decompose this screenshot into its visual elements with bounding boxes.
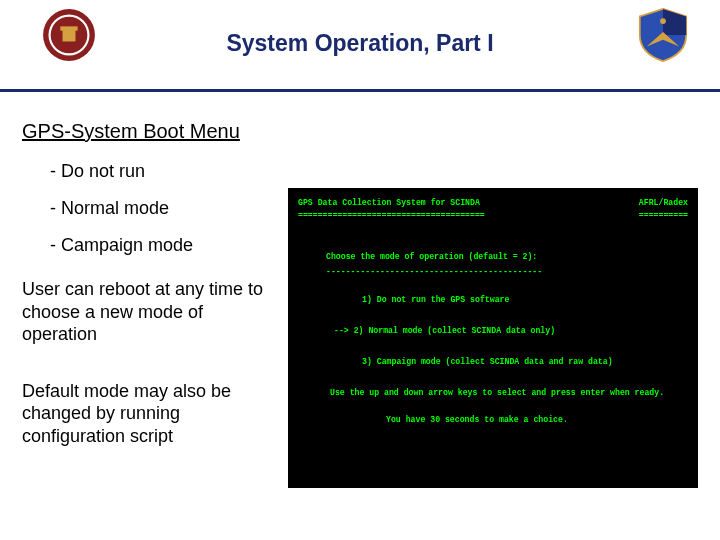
university-seal-icon xyxy=(42,8,96,62)
svg-rect-3 xyxy=(63,30,76,42)
slide-body: GPS-System Boot Menu - Do not run - Norm… xyxy=(0,92,720,120)
bullet-do-not-run: - Do not run xyxy=(50,161,272,182)
terminal-rule: ====================================== =… xyxy=(298,209,688,222)
terminal-option-1-text: 1) Do not run the GPS software xyxy=(362,295,509,304)
terminal-body: Choose the mode of operation (default = … xyxy=(298,250,688,426)
terminal-option-2-text: --> 2) Normal mode (collect SCINDA data … xyxy=(334,326,555,335)
terminal-option-3: 3) Campaign mode (collect SCINDA data an… xyxy=(326,355,688,368)
terminal-rule-left: ====================================== xyxy=(298,209,485,222)
terminal-option-3-text: 3) Campaign mode (collect SCINDA data an… xyxy=(362,357,613,366)
terminal-instruction: Use the up and down arrow keys to select… xyxy=(326,386,688,399)
terminal-separator: ----------------------------------------… xyxy=(326,265,688,278)
svg-point-5 xyxy=(660,18,666,24)
boot-menu-heading: GPS-System Boot Menu xyxy=(22,120,272,143)
note-reboot: User can reboot at any time to choose a … xyxy=(22,278,272,346)
terminal-prompt: Choose the mode of operation (default = … xyxy=(326,250,688,263)
slide-header: System Operation, Part I xyxy=(0,0,720,92)
terminal-title-right: AFRL/Radex xyxy=(639,196,688,209)
terminal-window: GPS Data Collection System for SCINDA AF… xyxy=(288,188,698,488)
terminal-option-2: --> 2) Normal mode (collect SCINDA data … xyxy=(326,324,688,337)
afrl-shield-icon xyxy=(634,6,692,64)
terminal-header: GPS Data Collection System for SCINDA AF… xyxy=(298,196,688,209)
terminal-option-1: 1) Do not run the GPS software xyxy=(326,293,688,306)
terminal-rule-right: ========== xyxy=(639,209,688,222)
note-default-mode: Default mode may also be changed by runn… xyxy=(22,380,272,448)
terminal-timer: You have 30 seconds to make a choice. xyxy=(326,413,688,426)
left-column: GPS-System Boot Menu - Do not run - Norm… xyxy=(22,120,272,447)
bullet-campaign-mode: - Campaign mode xyxy=(50,235,272,256)
bullet-normal-mode: - Normal mode xyxy=(50,198,272,219)
slide-title: System Operation, Part I xyxy=(0,0,720,57)
terminal-title-left: GPS Data Collection System for SCINDA xyxy=(298,196,480,209)
svg-rect-4 xyxy=(60,26,77,30)
boot-menu-bullets: - Do not run - Normal mode - Campaign mo… xyxy=(50,161,272,256)
